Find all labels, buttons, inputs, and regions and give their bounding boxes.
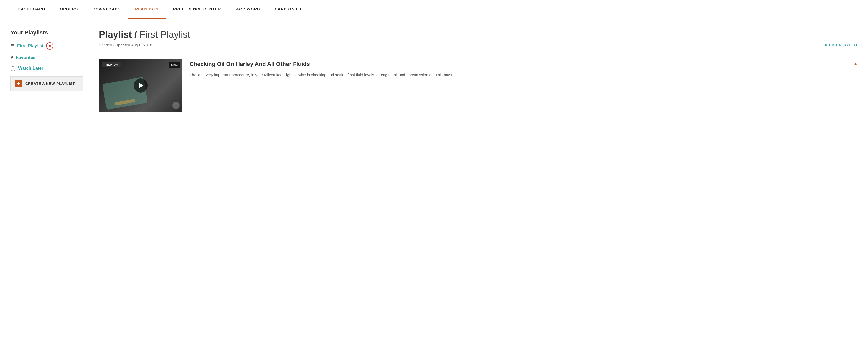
nav-preference-center[interactable]: PREFERENCE CENTER	[166, 0, 228, 19]
video-description: The last, very important procedure, in y…	[190, 72, 858, 78]
video-info: Checking Oil On Harley And All Other Flu…	[190, 59, 858, 78]
collapse-icon[interactable]: ▲	[854, 61, 858, 66]
plus-icon: +	[16, 80, 22, 87]
nav-dashboard[interactable]: DASHBOARD	[10, 0, 53, 19]
video-thumbnail[interactable]: PREMIUM 5:42	[99, 59, 182, 112]
edit-playlist-link[interactable]: ✏ EDIT PLAYLIST	[824, 43, 858, 47]
delete-playlist-icon[interactable]: ✕	[46, 42, 53, 50]
sidebar-item-favorites[interactable]: ♥ Favorites	[10, 55, 83, 60]
main-container: Your Playlists ☰ First Playlist ✕ ♥ Favo…	[0, 19, 868, 122]
pencil-icon: ✏	[824, 43, 828, 47]
playlist-title-name: First Playlist	[140, 29, 190, 40]
create-new-playlist-button[interactable]: + CREATE A NEW PLAYLIST	[10, 77, 83, 91]
content-area: Playlist / First Playlist 1 Video / Upda…	[99, 29, 858, 112]
drag-handle[interactable]	[173, 102, 180, 109]
edit-playlist-label: EDIT PLAYLIST	[829, 43, 858, 47]
duration-badge: 5:42	[169, 62, 180, 67]
nav-downloads[interactable]: DOWNLOADS	[85, 0, 128, 19]
heart-icon: ♥	[10, 55, 13, 60]
video-title-row: Checking Oil On Harley And All Other Flu…	[190, 60, 858, 72]
sidebar-title: Your Playlists	[10, 29, 83, 36]
playlist-meta: 1 Video / Updated Aug 8, 2018	[99, 43, 152, 47]
nav-orders[interactable]: ORDERS	[53, 0, 86, 19]
playlist-header: Playlist / First Playlist	[99, 29, 858, 40]
video-title: Checking Oil On Harley And All Other Flu…	[190, 60, 310, 68]
divider	[99, 52, 858, 52]
video-item: PREMIUM 5:42 Checking Oil On Harley And …	[99, 59, 858, 112]
favorites-link[interactable]: Favorites	[16, 55, 36, 60]
nav-card-on-file[interactable]: CARD ON FILE	[268, 0, 312, 19]
playlist-title-prefix: Playlist /	[99, 29, 137, 40]
first-playlist-link[interactable]: First Playlist	[17, 43, 43, 49]
sidebar-item-first-playlist[interactable]: ☰ First Playlist ✕	[10, 42, 83, 50]
playlist-title: Playlist / First Playlist	[99, 29, 858, 40]
nav-playlists[interactable]: PLAYLISTS	[128, 0, 166, 19]
sidebar-item-watch-later[interactable]: ◯ Watch Later	[10, 65, 83, 71]
watch-later-link[interactable]: Watch Later	[18, 66, 43, 71]
clock-icon: ◯	[10, 65, 16, 71]
create-playlist-label: CREATE A NEW PLAYLIST	[25, 82, 75, 86]
premium-badge: PREMIUM	[101, 62, 121, 67]
play-button[interactable]	[133, 79, 148, 92]
nav-password[interactable]: PASSWORD	[228, 0, 267, 19]
top-navigation: DASHBOARD ORDERS DOWNLOADS PLAYLISTS PRE…	[0, 0, 868, 19]
playlist-meta-row: 1 Video / Updated Aug 8, 2018 ✏ EDIT PLA…	[99, 43, 858, 47]
drag-lines-icon: ☰	[10, 43, 14, 49]
sidebar: Your Playlists ☰ First Playlist ✕ ♥ Favo…	[10, 29, 83, 112]
